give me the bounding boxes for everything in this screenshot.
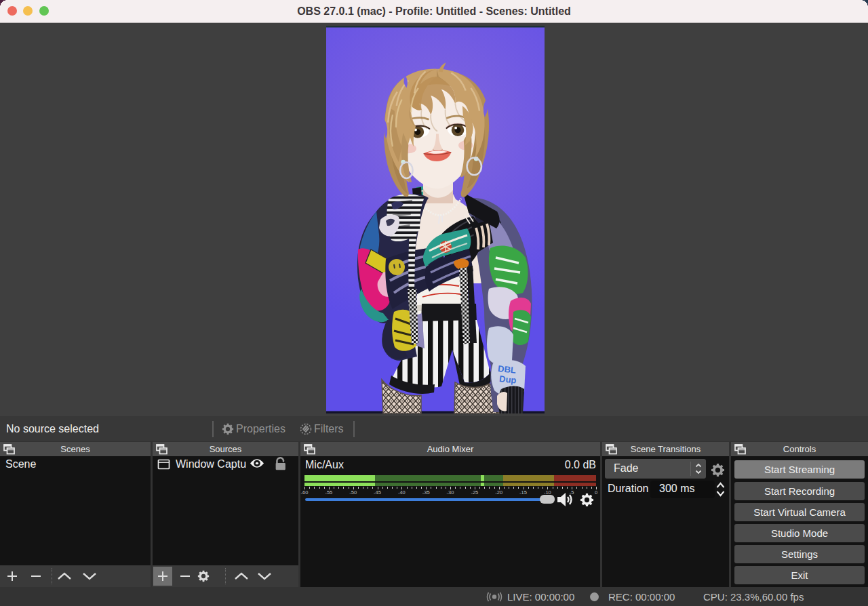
svg-text:Dup: Dup (499, 373, 517, 386)
